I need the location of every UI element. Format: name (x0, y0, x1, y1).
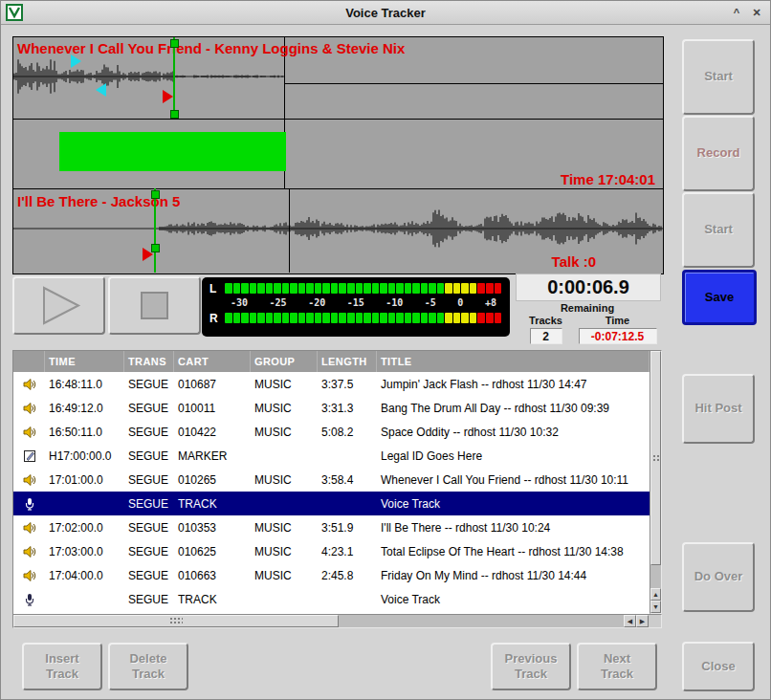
table-row[interactable]: 16:50:11.0SEGUE010422MUSIC5:08.2Space Od… (13, 420, 650, 444)
cell-group: MUSIC (251, 468, 318, 492)
cell-title: Space Oddity -- rdhost 11/30 10:32 (377, 420, 650, 444)
cell-length: 3:31.3 (318, 396, 377, 420)
previous-track-button[interactable]: Previous Track (491, 643, 571, 690)
column-header-cart[interactable]: CART (174, 351, 251, 372)
column-header-length[interactable]: LENGTH (318, 351, 377, 372)
column-header-icon[interactable] (13, 351, 45, 372)
column-header-time[interactable]: TIME (45, 351, 124, 372)
horizontal-scrollbar-track[interactable] (13, 615, 624, 627)
meter-right-segments (225, 313, 502, 323)
horizontal-scrollbar[interactable]: ◀ ▶ (12, 614, 662, 628)
cell-time: 17:01:00.0 (45, 468, 124, 492)
meter-scale-label: -15 (347, 297, 364, 310)
meter-scale: -30-25-20-15-10-50+8 (209, 295, 502, 311)
table-row[interactable]: 17:01:00.0SEGUE010265MUSIC3:58.4Whenever… (13, 468, 650, 492)
cell-title: Total Eclipse Of The Heart -- rdhost 11/… (377, 539, 650, 563)
scroll-grip-icon (651, 454, 660, 463)
cell-title: Friday On My Mind -- rdhost 11/30 14:44 (377, 563, 650, 587)
marker-icon (13, 444, 45, 468)
table-row[interactable]: SEGUETRACKVoice Track (13, 587, 650, 611)
cell-group: MUSIC (251, 372, 318, 396)
track2-play-marker[interactable] (143, 248, 153, 261)
next-track-button[interactable]: Next Track (577, 643, 657, 690)
pane-divider-1 (13, 119, 663, 120)
track1-cursor-handle-bottom[interactable] (170, 110, 179, 119)
scroll-down-button[interactable]: ▼ (650, 601, 661, 613)
speaker-icon (13, 515, 45, 539)
cell-title: Jumpin' Jack Flash -- rdhost 11/30 14:47 (377, 372, 650, 396)
table-row[interactable]: 17:04:00.0SEGUE010663MUSIC2:45.8Friday O… (13, 563, 650, 587)
record-button[interactable]: Record (682, 116, 755, 191)
speaker-icon (13, 468, 45, 492)
scroll-left-button[interactable]: ◀ (624, 615, 636, 627)
speaker-icon (13, 372, 45, 396)
speaker-icon (13, 396, 45, 420)
table-row[interactable]: SEGUETRACKVoice Track (13, 492, 650, 515)
cell-title: Whenever I Call You Friend -- rdhost 11/… (377, 468, 650, 492)
table-row[interactable]: 17:03:00.0SEGUE010625MUSIC4:23.1Total Ec… (13, 539, 650, 563)
start-track2-button[interactable]: Start (682, 192, 755, 268)
remaining-label: Remaining (516, 302, 659, 314)
mic-icon (13, 492, 45, 515)
fade-marker-2[interactable] (96, 83, 106, 97)
hit-post-button[interactable]: Hit Post (682, 374, 755, 444)
waveform-panel[interactable]: Whenever I Call You Friend - Kenny Loggi… (12, 36, 664, 274)
column-header-title[interactable]: TITLE (377, 351, 650, 372)
cell-title: Voice Track (377, 492, 650, 515)
table-row[interactable]: 16:49:12.0SEGUE010011MUSIC3:31.3Bang The… (13, 396, 650, 420)
cell-group: MUSIC (251, 515, 318, 539)
column-header-trans[interactable]: TRANS (124, 351, 174, 372)
window-shade-button[interactable]: ^ (728, 5, 745, 20)
cell-cart: 010625 (174, 539, 251, 563)
vertical-scrollbar[interactable]: ▲ ▼ (650, 350, 662, 614)
close-button[interactable]: Close (682, 642, 755, 691)
cell-cart: TRACK (174, 587, 251, 611)
table-row[interactable]: 17:02:00.0SEGUE010353MUSIC3:51.9I'll Be … (13, 515, 650, 539)
window-titlebar[interactable]: Voice Tracker ^ ✕ (1, 1, 770, 25)
cell-group (251, 492, 318, 515)
horizontal-scrollbar-thumb[interactable] (13, 615, 339, 627)
delete-track-button[interactable]: Delete Track (108, 643, 188, 690)
log-table: TIMETRANSCARTGROUPLENGTHTITLE 16:48:11.0… (12, 350, 650, 614)
scroll-grip-icon (169, 617, 183, 625)
cell-cart: 010265 (174, 468, 251, 492)
track2-edit-cursor[interactable] (154, 188, 156, 273)
start-track1-button[interactable]: Start (682, 39, 755, 115)
vertical-scrollbar-thumb[interactable] (650, 351, 661, 565)
stop-button[interactable] (108, 276, 201, 335)
track1-cursor-handle-top[interactable] (170, 39, 179, 48)
do-over-button[interactable]: Do Over (682, 542, 755, 612)
voice-track-region[interactable] (59, 132, 286, 171)
track1-play-marker[interactable] (163, 90, 173, 103)
table-row[interactable]: 16:48:11.0SEGUE010687MUSIC3:37.5Jumpin' … (13, 372, 650, 396)
insert-track-button[interactable]: Insert Track (22, 643, 102, 690)
fade-marker-1[interactable] (71, 55, 81, 68)
track2-boundary-line (289, 188, 290, 273)
right-pane-baseline (284, 83, 663, 84)
speaker-icon (13, 539, 45, 563)
cell-length: 3:58.4 (318, 468, 377, 492)
cell-trans: SEGUE (124, 468, 174, 492)
meter-scale-label: -25 (270, 297, 287, 310)
scroll-up-button[interactable]: ▲ (650, 588, 661, 601)
track1-edit-cursor[interactable] (173, 37, 175, 119)
time-remaining-label: Time (576, 315, 659, 326)
cell-trans: SEGUE (124, 587, 174, 611)
play-button[interactable] (12, 276, 105, 335)
cell-trans: SEGUE (124, 492, 174, 515)
log-table-body: 16:48:11.0SEGUE010687MUSIC3:37.5Jumpin' … (13, 372, 650, 611)
save-button[interactable]: Save (682, 270, 757, 325)
column-header-group[interactable]: GROUP (251, 351, 318, 372)
meter-right-label: R (209, 312, 225, 325)
remaining-panel: Remaining Tracks 2 Time -0:07:12.5 (516, 302, 659, 345)
cell-length: 3:37.5 (318, 372, 377, 396)
track2-cursor-handle-top[interactable] (151, 190, 160, 199)
window-close-button[interactable]: ✕ (748, 5, 765, 20)
cell-time: 16:50:11.0 (45, 420, 124, 444)
scroll-right-button[interactable]: ▶ (636, 615, 649, 627)
table-row[interactable]: H17:00:00.0SEGUEMARKERLegal ID Goes Here (13, 444, 650, 468)
mic-icon (13, 587, 45, 611)
talk-readout: Talk :0 (552, 253, 596, 270)
cell-time (45, 492, 124, 515)
cell-title: Legal ID Goes Here (377, 444, 650, 468)
